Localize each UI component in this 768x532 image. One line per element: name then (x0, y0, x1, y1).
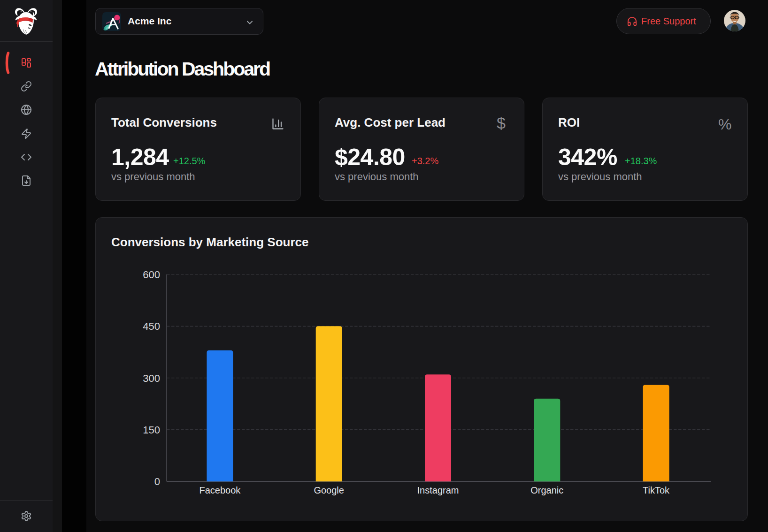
svg-text:Instagram: Instagram (417, 485, 459, 495)
svg-text:300: 300 (143, 372, 160, 384)
svg-text:Google: Google (314, 485, 344, 495)
svg-text:TikTok: TikTok (643, 485, 670, 495)
svg-text:600: 600 (143, 269, 160, 281)
svg-text:0: 0 (154, 476, 160, 487)
svg-text:Facebook: Facebook (199, 485, 241, 495)
svg-text:450: 450 (143, 320, 160, 332)
svg-text:Organic: Organic (530, 485, 563, 495)
svg-text:150: 150 (143, 424, 160, 436)
